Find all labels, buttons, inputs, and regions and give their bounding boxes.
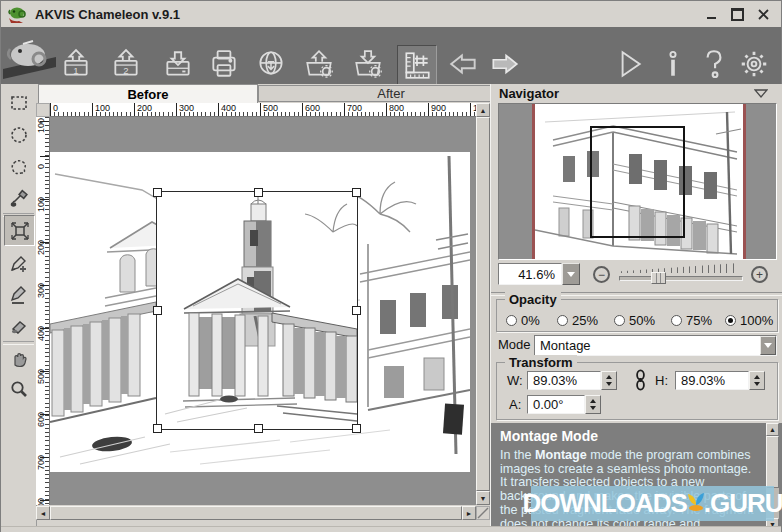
opacity-radio-75[interactable]: 75% [671,313,712,328]
window-bottom-frame [1,526,781,532]
zoom-out-button[interactable]: − [593,266,610,283]
main-toolbar: 1 2 [1,27,781,84]
title-bar: AKVIS Chameleon v.9.1 [1,1,781,28]
vertical-scroll-thumb[interactable] [476,117,490,491]
opacity-radio-100[interactable]: 100% [725,313,773,328]
hint-scroll-thumb[interactable] [766,436,779,488]
redo-button[interactable] [485,45,523,83]
opacity-radio-0[interactable]: 0% [506,313,540,328]
height-field[interactable]: 89.03% [675,371,749,390]
open-second-image-button[interactable]: 2 [107,45,145,83]
mode-dropdown[interactable]: Montage [534,335,777,356]
hint-panel: Montage Mode In the Montage mode the pro… [491,423,782,531]
zoom-slider-thumb[interactable] [651,272,666,284]
horizontal-ruler: 0 100 200 300 400 500 600 700 800 900 10… [50,103,476,117]
save-button[interactable] [159,45,197,83]
opacity-label: Opacity [505,292,561,307]
handle-bottom-right[interactable] [352,424,361,433]
handle-top-right[interactable] [352,188,361,197]
handle-top-left[interactable] [153,188,162,197]
collapse-triangle-icon[interactable] [754,89,768,98]
angle-field[interactable]: 0.00° [527,395,585,414]
hand-tool[interactable] [4,343,33,372]
zoom-tool[interactable] [4,374,33,403]
help-button[interactable] [695,45,733,83]
keep-area-pencil-tool[interactable] [4,248,33,277]
minimize-button[interactable] [703,6,719,22]
navigator-thumbnail[interactable] [498,103,777,260]
mode-dropdown-button[interactable] [760,336,776,355]
undo-button[interactable] [445,45,483,83]
plant-icon [686,489,706,513]
zoom-controls: 41.6% − + [491,260,782,290]
drop-area-pencil-tool[interactable] [4,280,33,309]
ruler-grid-button[interactable] [397,45,437,85]
angle-label: A: [509,397,521,412]
radio-icon [671,315,682,326]
tools-panel [1,84,37,531]
opacity-radio-50[interactable]: 50% [614,313,655,328]
transform-frame[interactable] [156,191,358,430]
radio-icon [614,315,625,326]
zoom-value-field[interactable]: 41.6% [498,263,562,285]
selection-brush-tool[interactable] [4,184,33,213]
handle-middle-right[interactable] [352,306,361,315]
scroll-right-button[interactable]: ► [462,506,476,520]
ellipse-selection-tool[interactable] [4,120,33,149]
radio-icon [506,315,517,326]
vertical-ruler: 100 0 100 200 300 400 500 600 700 800 [36,117,50,505]
maximize-button[interactable] [729,6,745,22]
close-button[interactable] [755,6,771,22]
handle-middle-left[interactable] [153,306,162,315]
height-spinner[interactable] [749,371,765,390]
navigator-view-frame[interactable] [590,126,685,238]
chameleon-app-icon [7,4,27,24]
handle-bottom-center[interactable] [254,424,263,433]
link-dimensions-icon[interactable] [635,369,646,391]
vertical-scrollbar[interactable]: ▲ ▼ [476,103,490,505]
tab-after[interactable]: After [258,85,524,102]
hint-scroll-up-button[interactable]: ▲ [766,423,779,436]
width-spinner[interactable] [601,371,617,390]
horizontal-scroll-thumb[interactable] [50,506,462,520]
rect-selection-tool[interactable] [4,88,33,117]
transform-label: Transform [505,355,577,370]
transform-groupbox: Transform W: 89.03% H: 89.03% A: 0.00° [496,362,778,420]
background-sketch-image [50,152,470,472]
publish-web-button[interactable] [252,45,290,83]
scroll-down-button[interactable]: ▼ [476,491,490,505]
print-button[interactable] [205,45,243,83]
export-settings-button[interactable] [300,45,338,83]
lasso-tool[interactable] [4,152,33,181]
handle-bottom-left[interactable] [153,424,162,433]
handle-top-center[interactable] [254,188,263,197]
transform-tool[interactable] [4,215,35,246]
opacity-radio-25[interactable]: 25% [557,313,598,328]
import-settings-button[interactable] [349,45,387,83]
zoom-slider-track[interactable] [619,276,743,281]
width-field[interactable]: 89.03% [527,371,601,390]
open-first-image-button[interactable]: 1 [57,45,95,83]
scroll-left-button[interactable]: ◄ [36,506,50,520]
radio-icon [725,315,736,326]
zoom-in-button[interactable]: + [751,266,768,283]
mode-row: Mode Montage [491,334,782,356]
svg-text:1: 1 [73,65,78,76]
angle-spinner[interactable] [585,395,601,414]
run-button[interactable] [610,45,648,83]
resize-grip[interactable] [476,506,490,520]
horizontal-scrollbar[interactable]: ◄ ► [36,506,476,520]
about-button[interactable] [654,45,692,83]
preferences-button[interactable] [735,45,773,83]
tab-before[interactable]: Before [38,84,258,103]
mode-label: Mode [498,337,531,352]
svg-text:2: 2 [123,65,128,76]
opacity-groupbox: Opacity 0% 25% 50% 75% 100% [496,299,778,332]
zoom-dropdown-button[interactable] [562,263,580,285]
scroll-up-button[interactable]: ▲ [476,103,490,117]
eraser-tool[interactable] [4,311,33,340]
downloads-guru-watermark: DOWNLOADS .GURU [531,486,774,521]
navigator-title: Navigator [499,86,559,101]
image-canvas[interactable] [50,117,476,505]
window-title: AKVIS Chameleon v.9.1 [35,7,180,22]
